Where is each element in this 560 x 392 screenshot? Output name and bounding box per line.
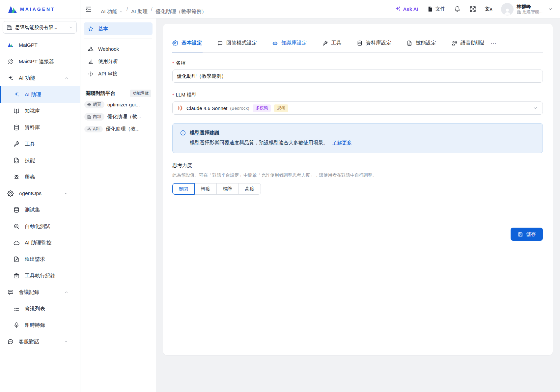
- notice-title: 模型選擇建議: [190, 130, 219, 136]
- notifications-bell-icon[interactable]: [454, 6, 461, 13]
- platform-row-web[interactable]: 網頁 optimizer-gui...: [84, 98, 153, 111]
- tab-knowledge-base-settings[interactable]: 知識庫設定: [272, 34, 307, 52]
- star-icon: [88, 26, 94, 32]
- language-switch-icon[interactable]: 文A: [485, 6, 492, 12]
- sidebar-item-ai-assistant-monitoring[interactable]: AI 助理監控: [0, 235, 80, 251]
- globe-icon: [87, 102, 91, 107]
- settings-card: 基本設定 回答模式設定 知識庫設定 工具: [163, 24, 553, 355]
- assistant-name-input[interactable]: [172, 70, 543, 83]
- chevron-down-icon: [119, 10, 123, 14]
- platform-row-internal[interactable]: 內部 優化助理（教...: [84, 111, 153, 123]
- sidebar-item-live-transcription[interactable]: 即時轉錄: [0, 317, 80, 333]
- sidebar-item-meeting-list[interactable]: 會議列表: [0, 300, 80, 317]
- breadcrumb-item-ai-features[interactable]: AI 功能: [101, 8, 123, 15]
- tab-answer-mode-settings[interactable]: 回答模式設定: [217, 34, 257, 52]
- thinking-effort-segmented: 關閉 輕度 標準 高度: [172, 183, 261, 195]
- effort-option-light[interactable]: 輕度: [194, 183, 217, 195]
- ask-ai-button[interactable]: Ask AI: [395, 6, 418, 12]
- user-menu[interactable]: 林群峰 思邁智能...: [501, 3, 553, 15]
- learn-more-link[interactable]: 了解更多: [332, 140, 352, 145]
- user-org: 思邁智能...: [523, 10, 543, 15]
- gear-icon: [172, 40, 178, 46]
- tab-tools[interactable]: 工具: [322, 34, 342, 52]
- subnav-item-api-integration[interactable]: API 串接: [84, 68, 153, 80]
- fullscreen-icon[interactable]: [469, 6, 476, 13]
- tab-basic-settings[interactable]: 基本設定: [172, 34, 202, 52]
- sidebar-item-maigpt-connector[interactable]: MaiGPT 連接器: [0, 53, 80, 70]
- user-name: 林群峰: [517, 4, 543, 10]
- breadcrumb-item-ai-assistant[interactable]: AI 助理: [131, 8, 148, 15]
- subnav-item-basic[interactable]: 基本: [84, 22, 153, 35]
- chevron-up-icon: [64, 191, 69, 196]
- model-provider: (Bedrock): [230, 106, 249, 111]
- sidebar-group-customer-service[interactable]: 客服對話: [0, 333, 80, 350]
- sidebar-item-ai-assistant[interactable]: AI 助理: [0, 86, 80, 103]
- sidebar-item-tools[interactable]: 工具: [0, 136, 80, 152]
- sidebar-item-database[interactable]: 資料庫: [0, 119, 80, 136]
- sidebar-group-agentops[interactable]: AgentOps: [0, 185, 80, 202]
- database-icon: [13, 124, 20, 131]
- bar-chart-icon: [88, 58, 94, 65]
- sparkle-icon: [395, 6, 401, 12]
- file-export-icon: [13, 256, 20, 263]
- effort-option-high[interactable]: 高度: [238, 183, 261, 195]
- subnav-item-webhook[interactable]: Webhook: [84, 42, 153, 55]
- subnav-item-usage-analytics[interactable]: 使用分析: [84, 55, 153, 68]
- llm-model-select[interactable]: Claude 4.6 Sonnet (Bedrock) 多模態 思考: [172, 101, 543, 115]
- gear-icon: [7, 190, 14, 197]
- tab-voice-assistant-settings[interactable]: 語音助理設: [451, 34, 484, 52]
- search-check-icon: [13, 223, 20, 230]
- briefcase-icon: [13, 272, 20, 279]
- breadcrumb-separator: /: [151, 6, 152, 12]
- sidebar-group-ai-features[interactable]: AI 功能: [0, 70, 80, 86]
- workspace-selector[interactable]: 思邁智能股份有限...: [3, 21, 77, 34]
- chat-bubble-icon: [7, 338, 14, 345]
- chat-bubble-icon: [217, 40, 223, 46]
- chevron-down-icon: [533, 105, 538, 111]
- model-advice-notice: 模型選擇建議 模型選擇影響回覆速度與品質，預設模型適合大多數使用場景。 了解更多: [172, 123, 543, 153]
- more-tabs-button[interactable]: ⋯: [485, 39, 497, 47]
- sidebar-item-crawler[interactable]: 爬蟲: [0, 169, 80, 185]
- building-icon: [517, 10, 521, 14]
- database-icon: [13, 207, 20, 213]
- name-label: 名稱: [176, 60, 185, 66]
- sidebar-item-skills[interactable]: 技能: [0, 152, 80, 169]
- sidebar-item-maigpt[interactable]: MaiGPT: [0, 37, 80, 53]
- sidebar-item-partial[interactable]: [0, 350, 80, 354]
- tab-skill-settings[interactable]: 技能設定: [406, 34, 436, 52]
- document-icon: [427, 6, 433, 12]
- tab-database-settings[interactable]: 資料庫設定: [357, 34, 392, 52]
- sidebar-item-test-sets[interactable]: 測試集: [0, 202, 80, 218]
- assistant-subnav: 基本 Webhook 使用分析 API 串接 關聯對話平台 功能導覽 網頁 op…: [80, 18, 156, 392]
- chevron-up-icon: [64, 76, 69, 80]
- multimodal-badge: 多模態: [253, 104, 271, 112]
- save-button[interactable]: 儲存: [511, 228, 543, 241]
- feature-tour-badge[interactable]: 功能導覽: [130, 90, 151, 97]
- required-asterisk: *: [172, 93, 174, 98]
- breadcrumb: AI 功能 / AI 助理 / 優化助理（教學範例）: [101, 3, 207, 15]
- sidebar-group-meeting-records[interactable]: 會議記錄: [0, 284, 80, 300]
- effort-option-off[interactable]: 關閉: [172, 183, 195, 195]
- llm-model-label: LLM 模型: [176, 92, 196, 98]
- thinking-effort-label: 思考力度: [172, 162, 543, 169]
- brand-name: MAIAGENT: [20, 7, 55, 12]
- voice-person-icon: [451, 40, 457, 46]
- webhook-icon: [87, 127, 91, 131]
- database-icon: [357, 40, 363, 46]
- building-icon: [6, 24, 12, 30]
- effort-option-standard[interactable]: 標準: [216, 183, 239, 195]
- breadcrumb-item-current: 優化助理（教學範例）: [156, 8, 207, 15]
- sidebar-item-export-requests[interactable]: 匯出請求: [0, 251, 80, 267]
- docs-button[interactable]: 文件: [427, 6, 445, 12]
- sidebar-item-automated-testing[interactable]: 自動化測試: [0, 218, 80, 235]
- thinking-badge: 思考: [274, 104, 288, 112]
- sidebar-item-knowledge-base[interactable]: 知識庫: [0, 103, 80, 119]
- list-icon: [13, 305, 20, 312]
- main-sidebar: 思邁智能股份有限... MaiGPT MaiGPT 連接器 AI 功能: [0, 18, 80, 392]
- main-content: 基本設定 回答模式設定 知識庫設定 工具: [156, 18, 560, 392]
- sidebar-item-tool-execution-log[interactable]: 工具執行紀錄: [0, 267, 80, 284]
- divider: [84, 84, 152, 84]
- chevron-up-icon: [64, 290, 69, 294]
- collapse-sidebar-icon[interactable]: [85, 6, 92, 13]
- platform-row-api[interactable]: API 優化助理（教...: [84, 123, 153, 135]
